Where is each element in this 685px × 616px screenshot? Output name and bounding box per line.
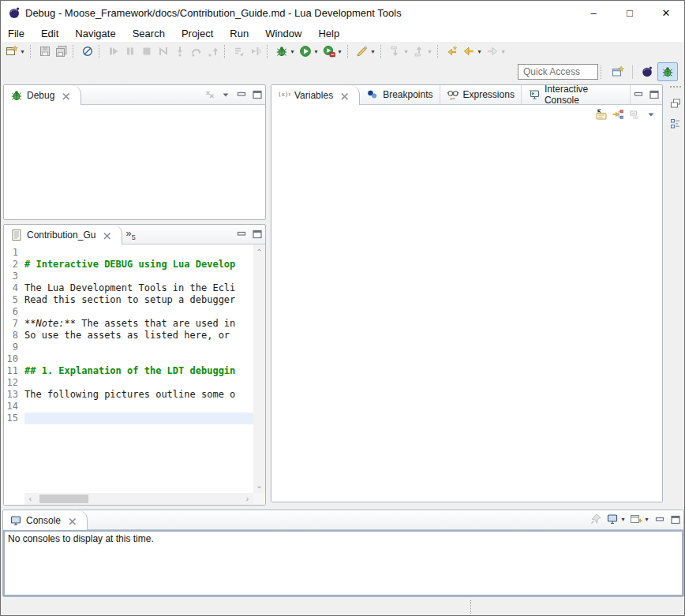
tab-contribution-guide-close-icon[interactable] [101, 230, 112, 241]
menu-edit[interactable]: Edit [40, 26, 66, 41]
run-to-line-button[interactable] [248, 43, 264, 60]
external-tools-button[interactable]: ▾ [354, 43, 378, 60]
menu-window[interactable]: Window [264, 26, 309, 41]
back-dropdown-arrow[interactable]: ▾ [476, 48, 483, 55]
new-wizard-dropdown-arrow[interactable]: ▾ [19, 48, 26, 55]
step-over-button[interactable] [189, 43, 205, 60]
variables-minimize-button[interactable] [631, 85, 646, 104]
tab-console[interactable]: Console [3, 510, 88, 530]
strip-drag-handle[interactable] [670, 86, 681, 91]
tab-contribution-guide[interactable]: Contribution_Gu [4, 225, 122, 245]
scroll-right-icon[interactable]: › [241, 493, 253, 505]
step-return-button[interactable] [205, 43, 222, 60]
editor-maximize-button[interactable] [249, 225, 265, 244]
open-console-button[interactable]: ▾ [628, 510, 652, 528]
menu-help[interactable]: Help [317, 26, 347, 41]
debug-view-maximize-button[interactable] [249, 85, 265, 104]
scroll-up-icon[interactable]: ⌃ [253, 246, 265, 258]
run-coverage-button[interactable]: ▾ [321, 43, 345, 60]
back-button[interactable]: ▾ [461, 43, 485, 60]
menu-file[interactable]: File [7, 26, 32, 41]
debug-button[interactable]: ▾ [274, 43, 298, 60]
minimize-button[interactable]: – [575, 1, 612, 24]
pin-console-button[interactable] [588, 510, 605, 528]
editor-vertical-scrollbar[interactable]: ⌃ ⌄ [253, 245, 265, 493]
variables-maximize-button[interactable] [646, 85, 662, 104]
editor-minimize-button[interactable] [234, 225, 249, 244]
debug-view-minimize-button[interactable] [234, 85, 249, 104]
next-annotation-dropdown-arrow[interactable]: ▾ [402, 48, 410, 55]
variables-tabbar: (x)=VariablesBreakpointsx=ExpressionsInt… [271, 85, 662, 105]
open-perspective-button[interactable] [608, 62, 628, 81]
scroll-down-icon[interactable]: ⌄ [253, 480, 265, 491]
more-editors-chevron[interactable]: »5 [122, 227, 138, 241]
previous-annotation-button[interactable]: ▾ [411, 43, 435, 60]
editor-line: 14 [4, 401, 253, 413]
editor-text-area[interactable]: 12# Interactive DEBUG using Lua Develop3… [4, 245, 253, 493]
resume-button[interactable] [106, 43, 122, 60]
use-step-filters-button[interactable] [231, 43, 248, 60]
new-wizard-button[interactable]: ▾ [4, 43, 28, 60]
pause-button[interactable] [122, 43, 139, 60]
forward-dropdown-arrow[interactable]: ▾ [500, 48, 507, 55]
run-dropdown-arrow[interactable]: ▾ [313, 48, 320, 55]
tab-variables[interactable]: (x)=Variables [271, 85, 360, 105]
menu-search[interactable]: Search [132, 26, 173, 41]
toolbar-group-handle [99, 45, 103, 58]
menu-project[interactable]: Project [181, 26, 221, 41]
editor-horizontal-scrollbar[interactable]: ‹ › [24, 493, 253, 505]
collapse-all-button[interactable] [627, 106, 643, 123]
debug-view-menu-button[interactable] [218, 85, 234, 104]
run-coverage-dropdown-arrow[interactable]: ▾ [336, 48, 343, 55]
line-number: 9 [4, 342, 24, 353]
tab-interactive-console[interactable]: Interactive Console [522, 85, 631, 104]
step-into-button[interactable] [172, 43, 189, 60]
forward-button[interactable]: ▾ [485, 43, 508, 60]
disconnect-button[interactable] [155, 43, 172, 60]
outline-view-button[interactable] [668, 116, 683, 132]
save-button[interactable] [37, 43, 54, 60]
last-edit-location-button[interactable] [444, 43, 461, 60]
next-annotation-button[interactable]: ▾ [387, 43, 411, 60]
quick-access-input[interactable] [518, 64, 598, 80]
tab-expressions[interactable]: x=Expressions [440, 85, 522, 104]
close-button[interactable]: ✕ [648, 1, 684, 24]
tab-close-icon[interactable] [339, 90, 350, 101]
console-minimize-button[interactable] [652, 510, 668, 529]
scrollbar-thumb[interactable] [39, 495, 88, 503]
back-icon [462, 45, 476, 58]
external-tools-dropdown-arrow[interactable]: ▾ [369, 48, 376, 55]
remove-all-terminated-button[interactable] [202, 85, 218, 104]
debug-perspective-button[interactable] [657, 62, 678, 81]
display-console-button[interactable]: ▾ [605, 510, 628, 528]
maximize-button[interactable]: □ [612, 1, 648, 24]
external-tools-icon [356, 45, 369, 58]
line-number: 8 [4, 330, 24, 342]
skip-breakpoints-button[interactable] [80, 43, 96, 60]
menu-navigate[interactable]: Navigate [74, 26, 123, 41]
debug-view-content[interactable] [4, 105, 265, 219]
tab-debug[interactable]: Debug [4, 85, 81, 105]
run-button[interactable]: ▾ [298, 43, 321, 60]
ldt-perspective-button[interactable] [637, 62, 657, 81]
scroll-left-icon[interactable]: ‹ [24, 493, 36, 505]
tab-console-close-icon[interactable] [66, 515, 77, 526]
open-console-dropdown[interactable]: ▾ [643, 516, 650, 523]
stop-button[interactable] [139, 43, 155, 60]
restore-view-button[interactable] [668, 95, 683, 111]
statusbar-drag-handle[interactable] [470, 600, 471, 614]
show-logical-structure-button[interactable] [610, 106, 627, 123]
show-type-names-button[interactable] [593, 106, 610, 123]
tab-breakpoints[interactable]: Breakpoints [360, 85, 440, 104]
save-all-button[interactable] [54, 43, 70, 60]
menu-run[interactable]: Run [229, 26, 256, 41]
editor-line: 2# Interactive DEBUG using Lua Develop [4, 259, 253, 271]
display-console-dropdown[interactable]: ▾ [619, 516, 627, 523]
previous-annotation-dropdown-arrow[interactable]: ▾ [426, 48, 433, 55]
variables-content[interactable] [271, 124, 662, 502]
view-menu-icon [219, 88, 232, 101]
console-maximize-button[interactable] [668, 510, 683, 529]
tab-debug-close-icon[interactable] [60, 90, 71, 101]
variables-view-menu-button[interactable] [643, 105, 659, 124]
debug-dropdown-arrow[interactable]: ▾ [289, 48, 296, 55]
